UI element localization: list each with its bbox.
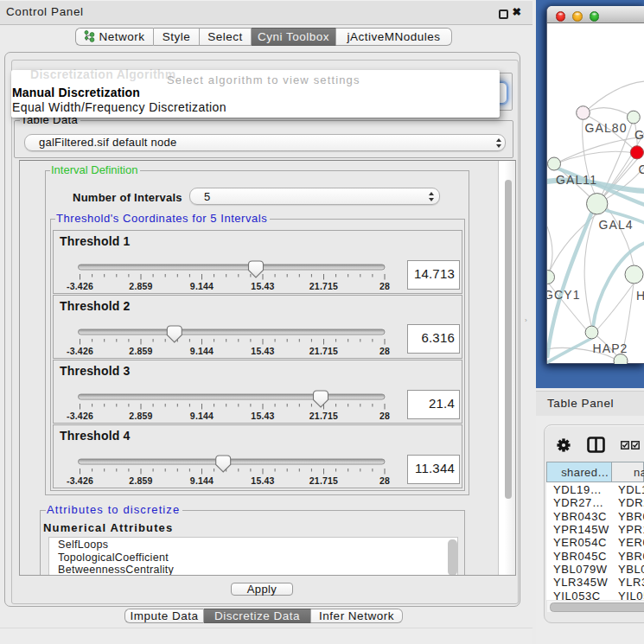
svg-text:-3.426: -3.426 — [67, 345, 93, 355]
svg-text:21.715: 21.715 — [309, 411, 338, 421]
svg-text:CD: CD — [639, 163, 644, 176]
svg-text:21.715: 21.715 — [309, 281, 338, 291]
svg-text:15.43: 15.43 — [251, 281, 274, 291]
svg-text:21.715: 21.715 — [309, 345, 338, 355]
svg-text:28: 28 — [379, 345, 390, 355]
svg-text:2.859: 2.859 — [129, 475, 152, 486]
svg-text:GA: GA — [634, 128, 644, 142]
svg-text:15.43: 15.43 — [251, 475, 274, 486]
svg-text:2.859: 2.859 — [129, 345, 152, 355]
svg-text:9.144: 9.144 — [190, 281, 214, 291]
svg-text:-3.426: -3.426 — [67, 475, 93, 486]
svg-text:GCY1: GCY1 — [547, 288, 581, 302]
svg-text:2.859: 2.859 — [129, 281, 152, 291]
svg-text:15.43: 15.43 — [251, 411, 274, 421]
svg-text:GAL11: GAL11 — [556, 173, 597, 187]
svg-text:GAL80: GAL80 — [585, 121, 628, 135]
svg-text:HAP2: HAP2 — [593, 341, 628, 355]
svg-text:28: 28 — [379, 475, 390, 486]
svg-text:H: H — [636, 289, 644, 303]
svg-text:28: 28 — [379, 411, 390, 421]
svg-text:9.144: 9.144 — [190, 411, 214, 421]
svg-text:-3.426: -3.426 — [67, 281, 93, 291]
svg-text:9.144: 9.144 — [190, 475, 214, 486]
svg-text:-3.426: -3.426 — [67, 411, 93, 421]
svg-text:15.43: 15.43 — [251, 345, 274, 355]
svg-text:9.144: 9.144 — [190, 345, 214, 355]
svg-text:28: 28 — [379, 281, 390, 291]
svg-text:21.715: 21.715 — [309, 475, 338, 486]
svg-text:GAL4: GAL4 — [599, 218, 634, 232]
svg-text:2.859: 2.859 — [129, 411, 152, 421]
